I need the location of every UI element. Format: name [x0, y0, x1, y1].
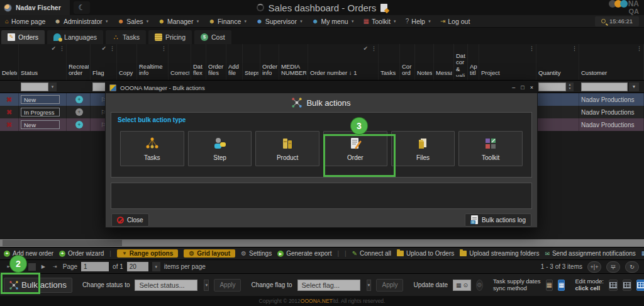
menu-item-supervisor[interactable]: ☻Supervisor▼ — [256, 18, 303, 25]
tab-cost[interactable]: $Cost — [194, 30, 231, 44]
chevron-down-icon[interactable]: ▼ — [367, 280, 372, 291]
delete-row-button[interactable]: ✖ — [0, 118, 19, 131]
column-menu-icon[interactable]: ⋮ — [529, 46, 535, 54]
user-chip[interactable]: Nadav Fischer — [0, 0, 70, 15]
chevron-down-icon[interactable]: ▼ — [204, 280, 209, 291]
recreate-order-icon[interactable]: + — [75, 96, 83, 103]
apply-column-icon[interactable]: ✔ — [363, 46, 368, 54]
status-filter-input[interactable] — [21, 82, 48, 91]
refresh-button[interactable]: ↻ — [625, 261, 639, 273]
column-menu-icon[interactable]: ⋮ — [371, 46, 377, 54]
apply-column-icon[interactable]: ✔ — [51, 46, 56, 54]
customer-filter[interactable]: ▼ — [579, 82, 644, 91]
minimize-button[interactable]: – — [512, 84, 515, 91]
chevron-down-icon[interactable]: ▼ — [152, 262, 160, 271]
column-header-quantity[interactable]: ⋮Quantity — [536, 44, 579, 80]
tab-languages[interactable]: Languages — [47, 30, 103, 44]
upload-to-orders-button[interactable]: Upload to Orders — [397, 250, 454, 257]
bulk-actions-log-button[interactable]: Bulk actions log — [465, 213, 531, 227]
last-page-button[interactable]: ⇥ — [51, 264, 59, 269]
order-wizard-button[interactable]: +Order wizard — [59, 250, 104, 257]
column-header-tasks[interactable]: Tasks — [379, 44, 400, 80]
column-header-status[interactable]: ✔⋮Status — [19, 44, 67, 80]
menu-item-manager[interactable]: ☻Manager▼ — [158, 18, 199, 25]
edit-mode-click-cell-button[interactable] — [636, 280, 644, 291]
bulk-action-order-button[interactable]: Order — [323, 131, 387, 166]
range-options-button[interactable]: ▼Range options — [117, 249, 178, 258]
tab-pricing[interactable]: Pricing — [148, 30, 192, 44]
column-header-copy[interactable]: Copy — [117, 44, 137, 80]
page-size-select[interactable]: 20 — [127, 262, 148, 271]
column-menu-icon[interactable]: ⋮ — [572, 46, 577, 54]
dialog-title-bar[interactable]: OOONA Manager - Bulk actions – □ × — [106, 82, 537, 93]
tab-orders[interactable]: ✎Orders — [1, 30, 45, 44]
scrollbar-thumb[interactable] — [3, 240, 122, 246]
bulk-action-product-button[interactable]: Product — [255, 131, 319, 166]
column-menu-icon[interactable]: ⋮ — [161, 46, 167, 54]
quantity-filter[interactable]: ▲▼ — [536, 82, 579, 91]
edit-mode-grid-button[interactable] — [609, 280, 618, 291]
grid-layout-button[interactable]: ⚙Grid layout — [184, 249, 235, 258]
select-flag-dropdown[interactable]: Select flag... — [297, 280, 360, 291]
upload-streaming-folders-button[interactable]: Upload streaming folders — [460, 250, 539, 257]
bulk-action-step-button[interactable]: Step — [188, 131, 252, 166]
edit-mode-inline-button[interactable] — [623, 280, 631, 291]
generate-export-button[interactable]: ▶Generate export — [277, 250, 331, 257]
recreate-order-icon[interactable]: + — [75, 108, 83, 116]
column-header-messages[interactable]: Messag — [434, 44, 454, 80]
close-window-button[interactable]: × — [530, 84, 533, 91]
bulk-action-toolkit-button[interactable]: Toolkit — [458, 131, 523, 166]
tab-tasks[interactable]: ∴Tasks — [106, 30, 146, 44]
column-header-date-flex[interactable]: Dat flex — [191, 44, 206, 80]
menu-item-help[interactable]: ?Help▼ — [406, 18, 431, 25]
column-header-customer[interactable]: ⋮Customer — [579, 44, 644, 80]
close-dialog-button[interactable]: Close — [111, 213, 149, 227]
connect-all-button[interactable]: ✎Connect all — [352, 250, 391, 257]
column-header-date-correct-validate[interactable]: Dat cor & vali — [454, 44, 468, 80]
menu-item-my-menu[interactable]: ☻My menu▼ — [312, 18, 355, 25]
bulk-actions-button[interactable]: Bulk actions — [4, 278, 72, 293]
apply-column-icon[interactable]: ✔ — [101, 46, 106, 54]
delete-row-button[interactable]: ✖ — [0, 93, 19, 106]
menu-item-home-page[interactable]: ⌂Home page — [5, 18, 45, 25]
clock-icon[interactable]: ⊙ — [464, 282, 469, 288]
menu-item-log-out[interactable]: ⇥Log out — [440, 18, 470, 25]
calendar-icon[interactable]: ▦ — [456, 282, 462, 288]
horizontal-scrollbar[interactable] — [0, 239, 644, 247]
fit-columns-button[interactable]: +|+ — [587, 261, 601, 273]
column-header-delete[interactable]: Delete — [0, 44, 19, 80]
select-status-dropdown[interactable]: Select status... — [135, 280, 197, 291]
next-page-button[interactable]: ▶ — [40, 264, 47, 269]
menu-item-toolkit[interactable]: ▦Toolkit▼ — [364, 18, 397, 25]
column-header-flag[interactable]: ✔⋮Flag — [91, 44, 117, 80]
column-menu-icon[interactable]: ⋮ — [59, 46, 65, 54]
bulk-action-tasks-button[interactable]: Tasks — [120, 131, 184, 166]
column-header-steps[interactable]: Steps — [243, 44, 260, 80]
delete-row-button[interactable]: ✖ — [0, 106, 19, 118]
column-header-realtime-info[interactable]: ⋮Realtime info — [137, 44, 169, 80]
recreate-order-icon[interactable]: + — [75, 121, 83, 128]
column-header-order-number[interactable]: ✔⋮Order number ↓ 1 — [308, 44, 379, 80]
column-menu-icon[interactable]: ⋮ — [109, 46, 115, 54]
menu-item-sales[interactable]: ☻Sales▼ — [118, 18, 150, 25]
customer-filter-input[interactable] — [581, 82, 628, 91]
column-header-project[interactable]: ⋮Project — [479, 44, 536, 80]
search-box[interactable]: 15:46:21 — [595, 16, 639, 26]
filter-funnel-icon[interactable]: ▼ — [629, 82, 639, 91]
settings-button[interactable]: ⚙Settings — [241, 250, 272, 257]
chevron-down-icon[interactable]: ▼ — [48, 82, 57, 91]
send-assignment-notifications-button[interactable]: ✉Send assignment notifications — [545, 250, 635, 257]
bulk-action-files-button[interactable]: Files — [391, 131, 455, 166]
column-header-add-file[interactable]: Add file — [226, 44, 243, 80]
recalculate-button[interactable]: ▦Recalculate — [641, 250, 644, 257]
column-header-correct[interactable]: Correct — [169, 44, 191, 80]
menu-item-administrator[interactable]: ☻Administrator▼ — [54, 18, 108, 25]
date-settings-button[interactable]: ⚙ — [476, 280, 483, 291]
column-menu-icon[interactable]: ⋮ — [636, 46, 642, 54]
dark-mode-toggle[interactable]: ☾ — [74, 1, 90, 14]
column-header-correct-order[interactable]: Cor ord — [400, 44, 415, 80]
column-header-media-number[interactable]: MEDIA NUMBER — [279, 44, 308, 80]
column-header-order-info[interactable]: Order info — [260, 44, 279, 80]
menu-item-finance[interactable]: ☻Finance▼ — [208, 18, 247, 25]
page-number-input[interactable]: 1 — [81, 262, 109, 271]
